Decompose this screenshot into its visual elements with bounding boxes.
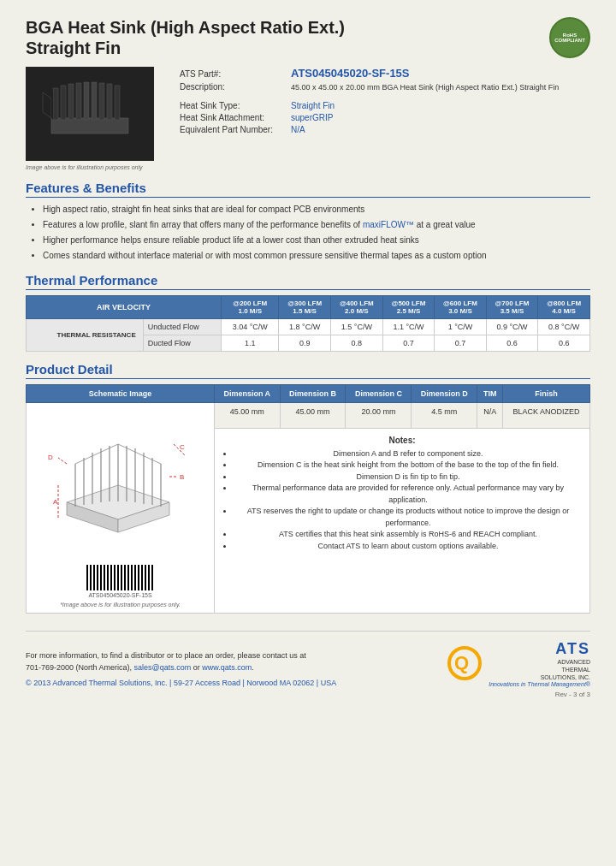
ats-tagline: Innovations in Thermal Management® [489, 681, 590, 687]
part-number-row: ATS Part#: ATS045045020-SF-15S [180, 67, 590, 80]
notes-list: Dimension A and B refer to component siz… [234, 448, 583, 553]
ducted-val7: 0.6 [538, 335, 590, 352]
footer-copyright: © 2013 Advanced Thermal Solutions, Inc. … [26, 679, 336, 687]
ducted-val6: 0.6 [486, 335, 538, 352]
footer-left: For more information, to find a distribu… [26, 650, 336, 687]
finish-header: Finish [503, 385, 590, 403]
note-7: Contact ATS to learn about custom option… [234, 541, 583, 553]
svg-rect-9 [115, 86, 120, 120]
rohs-badge: RoHSCOMPLIANT [549, 17, 590, 58]
schematic-note: *Image above is for illustration purpose… [32, 602, 209, 608]
heat-sink-type-label: Heat Sink Type: [180, 101, 291, 110]
rohs-text: RoHSCOMPLIANT [554, 33, 585, 43]
equiv-part-value: N/A [291, 125, 305, 134]
ats-text-block: ATS ADVANCEDTHERMALSOLUTIONS, INC. Innov… [489, 640, 590, 687]
page-number: Rev - 3 of 3 [26, 691, 590, 698]
features-list: High aspect ratio, straight fin heat sin… [43, 203, 590, 263]
col1-header: @200 LFM1.0 M/S [222, 296, 279, 319]
air-velocity-header: AIR VELOCITY [27, 296, 222, 319]
ats-q-icon: Q [446, 644, 483, 682]
unducted-val7: 0.8 °C/W [538, 319, 590, 335]
note-3: Dimension D is fin tip to fin tip. [234, 472, 583, 483]
title-line2: Straight Fin [26, 39, 121, 57]
attachment-label: Heat Sink Attachment: [180, 113, 291, 122]
svg-rect-5 [84, 82, 89, 120]
svg-text:A: A [53, 498, 58, 506]
features-title: Features & Benefits [26, 181, 590, 198]
feature-item-3: Higher performance helps ensure reliable… [43, 234, 590, 247]
unducted-val1: 3.04 °C/W [222, 319, 279, 335]
schematic-image-cell: A B C D ATS045045020-SF-15S *Image above… [27, 403, 215, 614]
heat-sink-type-value: Straight Fin [291, 101, 335, 110]
product-image-area: Image above is for illustration purposes… [26, 67, 163, 170]
ducted-val2: 0.9 [279, 335, 331, 352]
equiv-part-label: Equivalent Part Number: [180, 125, 291, 134]
svg-text:D: D [48, 454, 53, 461]
footer-contact-text: For more information, to find a distribu… [26, 650, 336, 673]
equiv-part-row: Equivalent Part Number: N/A [180, 125, 590, 134]
notes-title: Notes: [222, 436, 583, 445]
svg-marker-11 [51, 88, 53, 120]
thermal-table: AIR VELOCITY @200 LFM1.0 M/S @300 LFM1.5… [26, 295, 590, 352]
table-row: THERMAL RESISTANCE Unducted Flow 3.04 °C… [27, 319, 590, 335]
svg-rect-2 [61, 86, 66, 120]
unducted-val5: 1 °C/W [435, 319, 486, 335]
dim-a-value: 45.00 mm [215, 403, 281, 429]
svg-text:B: B [180, 473, 184, 481]
dim-b-header: Dimension B [280, 385, 346, 403]
ats-acronym: ATS [489, 640, 590, 658]
ducted-val1: 1.1 [222, 335, 279, 352]
svg-rect-8 [107, 84, 112, 120]
col7-header: @800 LFM4.0 M/S [538, 296, 590, 319]
ducted-label: Ducted Flow [143, 335, 221, 352]
footer-email[interactable]: sales@qats.com [134, 663, 192, 672]
col2-header: @300 LFM1.5 M/S [279, 296, 331, 319]
finish-value: BLACK ANODIZED [503, 403, 590, 429]
ats-q-symbol: Q [446, 644, 483, 684]
note-4: Thermal performance data are provided fo… [234, 483, 583, 506]
schematic-header: Schematic Image [27, 385, 215, 403]
dim-d-header: Dimension D [412, 385, 477, 403]
dim-b-value: 45.00 mm [280, 403, 346, 429]
svg-rect-1 [53, 88, 58, 120]
ducted-val4: 0.7 [382, 335, 435, 352]
page-container: BGA Heat Sink (High Aspect Ratio Ext.) S… [0, 0, 616, 715]
tim-value: N/A [477, 403, 503, 429]
barcode-number: ATS045045020-SF-15S [32, 592, 209, 598]
title-line1: BGA Heat Sink (High Aspect Ratio Ext.) [26, 18, 345, 37]
note-1: Dimension A and B refer to component siz… [234, 448, 583, 460]
attachment-value: superGRIP [291, 113, 333, 122]
description-row: Description: 45.00 x 45.00 x 20.00 mm BG… [180, 82, 590, 92]
dim-c-header: Dimension C [346, 385, 412, 403]
attachment-row: Heat Sink Attachment: superGRIP [180, 113, 590, 122]
part-label: ATS Part#: [180, 69, 291, 79]
unducted-val4: 1.1 °C/W [382, 319, 435, 335]
unducted-val6: 0.9 °C/W [486, 319, 538, 335]
product-image-box [26, 67, 154, 161]
svg-rect-4 [76, 83, 81, 120]
feature-item-4: Comes standard without interface materia… [43, 249, 590, 263]
ducted-val3: 0.8 [330, 335, 382, 352]
footer-website[interactable]: www.qats.com [202, 663, 252, 672]
ats-full-name: ADVANCEDTHERMALSOLUTIONS, INC. [489, 658, 590, 681]
footer-section: For more information, to find a distribu… [26, 631, 590, 687]
feature-item-1: High aspect ratio, straight fin heat sin… [43, 203, 590, 216]
dim-d-value: 4.5 mm [412, 403, 477, 429]
svg-line-32 [58, 458, 67, 464]
unducted-label: Unducted Flow [143, 319, 221, 335]
description-value: 45.00 x 45.00 x 20.00 mm BGA Heat Sink (… [291, 83, 559, 92]
part-number-value: ATS045045020-SF-15S [291, 67, 410, 80]
svg-text:Q: Q [454, 652, 469, 673]
note-6: ATS certifies that this heat sink assemb… [234, 529, 583, 541]
ducted-val5: 0.7 [435, 335, 486, 352]
schematic-svg: A B C D [41, 408, 199, 558]
heat-sink-type-row: Heat Sink Type: Straight Fin [180, 101, 590, 110]
svg-rect-7 [99, 83, 104, 120]
tim-header: TIM [477, 385, 503, 403]
header-section: BGA Heat Sink (High Aspect Ratio Ext.) S… [26, 17, 590, 58]
col5-header: @600 LFM3.0 M/S [435, 296, 486, 319]
product-title: BGA Heat Sink (High Aspect Ratio Ext.) S… [26, 17, 345, 58]
ats-logo: Q ATS ADVANCEDTHERMALSOLUTIONS, INC. Inn… [446, 640, 590, 687]
dim-a-header: Dimension A [215, 385, 281, 403]
maxiflow-link[interactable]: maxiFLOW™ [363, 220, 414, 229]
